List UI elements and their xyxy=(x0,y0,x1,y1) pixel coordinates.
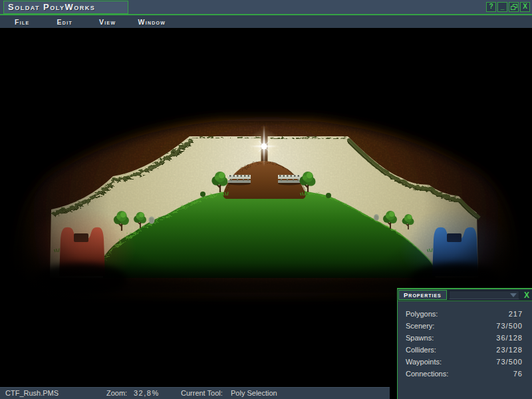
property-row-waypoints: Waypoints: 73/500 xyxy=(398,356,532,368)
panel-header-recess xyxy=(449,291,519,299)
window-title-text: Soldat PolyWorks xyxy=(8,2,95,12)
properties-panel: Properties X Polygons: 217 Scenery: 73/5… xyxy=(397,288,532,399)
property-value: 23/128 xyxy=(496,344,523,356)
properties-panel-body: Polygons: 217 Scenery: 73/500 Spawns: 36… xyxy=(398,301,532,380)
menubar: File Edit View Window xyxy=(0,15,532,28)
property-row-scenery: Scenery: 73/500 xyxy=(398,320,532,332)
status-tool-value: Poly Selection xyxy=(231,389,277,397)
window-buttons: ? _ X xyxy=(486,2,530,12)
property-row-connections: Connections: 76 xyxy=(398,368,532,380)
property-value: 217 xyxy=(509,308,523,320)
property-label: Colliders: xyxy=(406,344,436,356)
property-label: Scenery: xyxy=(406,320,434,332)
properties-panel-title: Properties xyxy=(398,290,447,300)
status-zoom-label: Zoom: xyxy=(106,389,127,397)
properties-title-text: Properties xyxy=(404,291,442,299)
help-button[interactable]: ? xyxy=(486,2,496,12)
property-label: Connections: xyxy=(406,368,448,380)
window-title: Soldat PolyWorks xyxy=(3,1,128,14)
panel-close-button[interactable]: X xyxy=(521,291,532,300)
titlebar: Soldat PolyWorks ? _ X xyxy=(0,0,532,15)
property-row-spawns: Spawns: 36/128 xyxy=(398,332,532,344)
property-row-colliders: Colliders: 23/128 xyxy=(398,344,532,356)
properties-panel-header[interactable]: Properties X xyxy=(398,289,532,301)
property-value: 73/500 xyxy=(496,356,523,368)
status-zoom-value: 32,8% xyxy=(134,389,160,397)
minimize-button[interactable]: _ xyxy=(497,2,507,12)
minimize-icon: _ xyxy=(501,3,505,10)
property-row-polygons: Polygons: 217 xyxy=(398,308,532,320)
property-value: 76 xyxy=(513,368,523,380)
menu-edit[interactable]: Edit xyxy=(57,18,72,26)
property-value: 36/128 xyxy=(496,332,523,344)
menu-window[interactable]: Window xyxy=(138,18,166,26)
status-tool-label: Current Tool: xyxy=(181,389,223,397)
statusbar: CTF_Rush.PMS Zoom: 32,8% Current Tool: P… xyxy=(0,387,390,399)
property-label: Polygons: xyxy=(406,308,438,320)
property-label: Waypoints: xyxy=(406,356,442,368)
close-icon: X xyxy=(523,3,527,10)
status-filename: CTF_Rush.PMS xyxy=(5,389,59,397)
app-window: Soldat PolyWorks ? _ X File Edit View Wi… xyxy=(0,0,532,399)
help-icon: ? xyxy=(489,3,493,10)
menu-view[interactable]: View xyxy=(99,18,116,26)
property-value: 73/500 xyxy=(496,320,523,332)
collapse-panel-icon[interactable] xyxy=(510,293,517,297)
restore-icon xyxy=(511,4,517,10)
restore-button[interactable] xyxy=(509,2,519,12)
property-label: Spawns: xyxy=(406,332,434,344)
menu-file[interactable]: File xyxy=(15,18,30,26)
close-button[interactable]: X xyxy=(520,2,530,12)
